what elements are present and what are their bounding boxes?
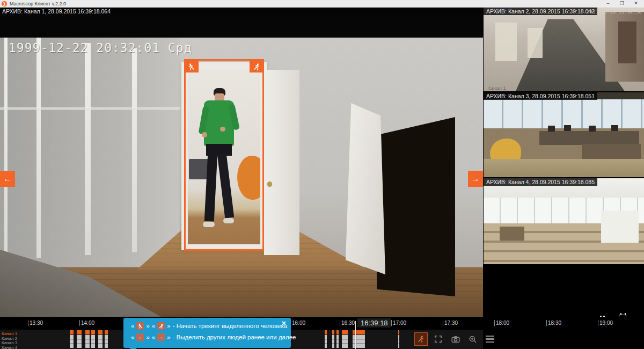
person-run-icon (417, 335, 425, 343)
minimize-button[interactable]: – (601, 0, 615, 8)
hamburger-icon (486, 336, 494, 343)
track-person-button[interactable] (414, 332, 428, 346)
dark-doorway (377, 117, 455, 296)
person-run-icon (136, 322, 144, 330)
arrow-left-icon: ← (136, 333, 144, 341)
camera-icon (451, 335, 460, 344)
quote-mark: » (146, 323, 149, 329)
person-run-icon (157, 322, 165, 330)
scene-shape (36, 38, 41, 258)
scene-shape (484, 159, 644, 177)
camera-tile-3[interactable]: АРХИВ: Канал 3, 28.09.2015 16:39:18.051 (484, 92, 644, 177)
quote-mark: » (167, 334, 170, 340)
app-logo-icon: ❯ (2, 1, 7, 6)
monitor-shape (548, 126, 555, 132)
timeline-recording-bar (105, 330, 108, 348)
timeline[interactable]: 13:3014:0016:0016:3017:0017:3018:0018:30… (0, 317, 644, 349)
menu-button[interactable] (483, 332, 496, 346)
tile2-archive-label: АРХИВ: Канал 2, 28.09.2015 16:39:18.042 (484, 8, 597, 15)
person-run-icon (187, 63, 195, 71)
scene-shape (495, 23, 517, 61)
monitor-shape (589, 126, 596, 132)
tooltip-text: - Выделить других людей ранее или далее (173, 334, 296, 340)
arrow-right-icon: → (157, 333, 165, 341)
main-camera-view[interactable]: АРХИВ: Канал 1, 28.09.2015 16:39:18.064 (0, 8, 483, 317)
open-door (346, 103, 385, 283)
title-bar: ❯ Macroscop Клиент v.2.2.0 – ❐ ✕ (0, 0, 644, 8)
timeline-recording-bar (336, 330, 339, 348)
person-run-icon (253, 63, 261, 71)
quote-mark: « (131, 334, 134, 340)
scene-shape (500, 227, 524, 241)
timeline-recording-bar (325, 330, 327, 348)
tooltip-text: - Начать трекинг выделенного человека (173, 323, 287, 329)
zoom-button[interactable] (466, 332, 479, 346)
scene-shape (132, 48, 137, 252)
scene-shape (85, 43, 91, 255)
tracking-box[interactable] (184, 59, 264, 251)
tracking-help-tooltip: × « » « » - Начать трекинг выделенного ч… (123, 318, 291, 348)
tile3-archive-label: АРХИВ: Канал 3, 28.09.2015 16:39:18.051 (484, 92, 597, 100)
app-window: ❯ Macroscop Клиент v.2.2.0 – ❐ ✕ АРХИВ: … (0, 0, 644, 349)
fullscreen-button[interactable] (431, 332, 445, 346)
main-archive-label: АРХИВ: Канал 1, 28.09.2015 16:39:18.064 (0, 8, 483, 15)
scene-shape (601, 210, 639, 243)
tooltip-line-1: « » « » - Начать трекинг выделенного чел… (131, 322, 287, 330)
tooltip-line-2: « ← » « → » - Выделить других людей ране… (131, 333, 296, 341)
timeline-playhead[interactable] (355, 321, 356, 349)
timeline-recording-bar (332, 330, 334, 348)
scene-shape (582, 144, 641, 160)
main-osd-timestamp: 1999-12-22 20:32:01 Срд (9, 41, 192, 55)
prev-camera-button[interactable]: ← (0, 171, 15, 187)
quote-mark: « (131, 323, 134, 329)
quote-mark: « (152, 334, 155, 340)
track-forward-button[interactable] (250, 61, 264, 72)
door-knob (267, 181, 272, 186)
camera-tile-4[interactable]: АРХИВ: Канал 4, 28.09.2015 16:39:18.085 (484, 178, 644, 264)
scene-shape (4, 38, 8, 263)
quote-mark: » (146, 334, 149, 340)
monitor-shape (611, 125, 618, 131)
timeline-recording-bar (398, 330, 399, 348)
expand-icon (434, 335, 443, 344)
timeline-recording-bar (342, 330, 348, 348)
scene-shape (528, 28, 543, 58)
timeline-recording-bar (70, 330, 74, 348)
timeline-recording-bar (77, 330, 82, 348)
track-back-button[interactable] (184, 61, 199, 72)
close-button[interactable]: ✕ (629, 0, 643, 8)
tile4-archive-label: АРХИВ: Канал 4, 28.09.2015 16:39:18.085 (484, 178, 597, 186)
timeline-current-time: 16:39:18 (357, 318, 391, 328)
snapshot-button[interactable] (449, 332, 462, 346)
quote-mark: « (152, 323, 155, 329)
timeline-recording-bar (85, 330, 90, 348)
next-camera-button[interactable]: → (468, 171, 483, 187)
tile2-osd-timestamp: 2015-06-26 11:02:30 (587, 9, 642, 14)
tile2-osd-camera-name: Канал 1 (487, 84, 506, 90)
scene-shape (484, 99, 644, 128)
magnifier-plus-icon (468, 335, 478, 344)
maximize-button[interactable]: ❐ (615, 0, 629, 8)
timeline-recording-bar (98, 330, 103, 348)
window-title: Macroscop Клиент v.2.2.0 (10, 1, 66, 6)
timeline-channel-label: Канал 4 (2, 345, 17, 349)
scene-shape (539, 131, 639, 145)
scene-shape (618, 21, 636, 63)
scene-shape (0, 107, 180, 110)
timeline-recording-bar (353, 330, 365, 348)
scene-shape (264, 70, 299, 255)
cell-toolbar (414, 332, 496, 346)
quote-mark: » (167, 323, 170, 329)
camera-tile-2[interactable]: АРХИВ: Канал 2, 28.09.2015 16:39:18.042 … (484, 8, 644, 91)
monitor-shape (564, 125, 571, 131)
timeline-recording-bar (91, 330, 95, 348)
